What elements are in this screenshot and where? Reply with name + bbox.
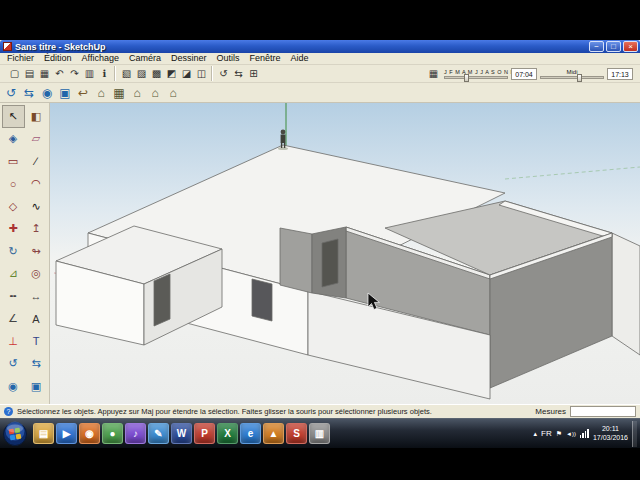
model-info-icon[interactable]: ℹ — [97, 66, 112, 81]
menu-fenetre[interactable]: Fenêtre — [244, 53, 285, 64]
style-shaded-icon[interactable]: ▩ — [149, 66, 164, 81]
zoom-icon[interactable]: ◉ — [38, 84, 56, 102]
orbit-icon[interactable]: ↺ — [2, 84, 20, 102]
open-file-icon[interactable]: ▤ — [22, 66, 37, 81]
window-titlebar[interactable]: Sans titre - SketchUp − □ × — [0, 40, 640, 53]
eraser-icon[interactable]: ▱ — [25, 128, 48, 151]
view-top-icon[interactable]: ▦ — [110, 84, 128, 102]
taskbar-firefox-icon[interactable]: ◉ — [79, 423, 100, 444]
taskbar-notepad-icon[interactable]: ▥ — [309, 423, 330, 444]
view-front-icon[interactable]: ⌂ — [128, 84, 146, 102]
start-button[interactable] — [2, 421, 28, 447]
taskbar-paint-icon[interactable]: ✎ — [148, 423, 169, 444]
taskbar-chrome-icon[interactable]: ● — [102, 423, 123, 444]
pan-small-icon[interactable]: ⇆ — [231, 66, 246, 81]
rotate-tool-icon[interactable]: ↻ — [2, 240, 25, 263]
main-area: ↖◧◈▱▭∕○◠◇∿✚↥↻↬⊿◎╍↔∠A⊥T↺⇆◉▣ — [0, 103, 640, 404]
zoom-extents-tool-icon[interactable]: ▣ — [25, 375, 48, 398]
rectangle-tool-icon[interactable]: ▭ — [2, 150, 25, 173]
redo-icon[interactable]: ↷ — [67, 66, 82, 81]
polygon-tool-icon[interactable]: ◇ — [2, 195, 25, 218]
shadow-date-slider[interactable]: J F M A M J J A S O N D — [444, 69, 508, 79]
shadow-time-to[interactable]: 17:13 — [607, 68, 633, 80]
shadow-time-from[interactable]: 07:04 — [511, 68, 537, 80]
taskbar-powerpoint-icon[interactable]: P — [194, 423, 215, 444]
maximize-button[interactable]: □ — [606, 41, 621, 52]
make-component-icon[interactable]: ◧ — [25, 105, 48, 128]
taskbar-clock[interactable]: 20:11 17/03/2016 — [593, 425, 628, 442]
clock-date: 17/03/2016 — [593, 434, 628, 442]
arc-tool-icon[interactable]: ◠ — [25, 173, 48, 196]
orbit-tool-icon[interactable]: ↺ — [2, 353, 25, 376]
shadow-time-slider[interactable]: Midi — [540, 69, 604, 79]
circle-tool-icon[interactable]: ○ — [2, 173, 25, 196]
measurements-input[interactable] — [570, 406, 636, 417]
time-slider-track[interactable] — [540, 76, 604, 79]
zoom-window-icon[interactable]: ⊞ — [246, 66, 261, 81]
volume-icon[interactable]: ◄)) — [566, 431, 576, 437]
select-tool-icon[interactable]: ↖ — [2, 105, 25, 128]
shadows-toggle-icon[interactable]: ▦ — [426, 66, 441, 81]
status-help-icon[interactable]: ? — [4, 407, 13, 416]
tray-expand-icon[interactable]: ▴ — [534, 430, 538, 438]
shadow-months-label: J F M A M J J A S O N D — [444, 69, 508, 75]
new-file-icon[interactable]: ▢ — [7, 66, 22, 81]
view-iso-icon[interactable]: ⌂ — [92, 84, 110, 102]
menu-aide[interactable]: Aide — [286, 53, 314, 64]
previous-view-icon[interactable]: ↩ — [74, 84, 92, 102]
taskbar-vlc-icon[interactable]: ▲ — [263, 423, 284, 444]
style-textured-icon[interactable]: ◩ — [164, 66, 179, 81]
date-slider-thumb[interactable] — [464, 74, 469, 82]
show-desktop-button[interactable] — [632, 421, 637, 447]
paint-bucket-icon[interactable]: ◈ — [2, 128, 25, 151]
move-tool-icon[interactable]: ✚ — [2, 218, 25, 241]
taskbar-ie-icon[interactable]: e — [240, 423, 261, 444]
orbit-small-icon[interactable]: ↺ — [216, 66, 231, 81]
minimize-button[interactable]: − — [589, 41, 604, 52]
zoom-extents-icon[interactable]: ▣ — [56, 84, 74, 102]
pan-tool-icon[interactable]: ⇆ — [25, 353, 48, 376]
style-wireframe-icon[interactable]: ▧ — [119, 66, 134, 81]
axes-tool-icon[interactable]: ⊥ — [2, 330, 25, 353]
style-monochrome-icon[interactable]: ◪ — [179, 66, 194, 81]
viewport-3d[interactable] — [50, 103, 640, 404]
taskbar-word-icon[interactable]: W — [171, 423, 192, 444]
push-pull-tool-icon[interactable]: ↥ — [25, 218, 48, 241]
menu-fichier[interactable]: Fichier — [2, 53, 39, 64]
menu-dessiner[interactable]: Dessiner — [166, 53, 212, 64]
time-slider-thumb[interactable] — [577, 74, 582, 82]
print-icon[interactable]: ▥ — [82, 66, 97, 81]
dimension-tool-icon[interactable]: ↔ — [25, 285, 48, 308]
line-tool-icon[interactable]: ∕ — [25, 150, 48, 173]
freehand-tool-icon[interactable]: ∿ — [25, 195, 48, 218]
undo-icon[interactable]: ↶ — [52, 66, 67, 81]
menu-camera[interactable]: Caméra — [124, 53, 166, 64]
menu-edition[interactable]: Édition — [39, 53, 77, 64]
style-xray-icon[interactable]: ◫ — [194, 66, 209, 81]
view-right-icon[interactable]: ⌂ — [146, 84, 164, 102]
taskbar-sketchup-icon[interactable]: S — [286, 423, 307, 444]
3d-text-tool-icon[interactable]: T — [25, 330, 48, 353]
taskbar-music-icon[interactable]: ♪ — [125, 423, 146, 444]
follow-me-tool-icon[interactable]: ↬ — [25, 240, 48, 263]
action-center-flag-icon[interactable]: ⚑ — [556, 430, 562, 438]
network-icon[interactable] — [580, 429, 589, 438]
view-back-icon[interactable]: ⌂ — [164, 84, 182, 102]
scale-tool-icon[interactable]: ⊿ — [2, 263, 25, 286]
protractor-tool-icon[interactable]: ∠ — [2, 308, 25, 331]
taskbar-media-player-icon[interactable]: ▶ — [56, 423, 77, 444]
style-hidden-line-icon[interactable]: ▨ — [134, 66, 149, 81]
taskbar-explorer-icon[interactable]: ▤ — [33, 423, 54, 444]
zoom-tool-icon[interactable]: ◉ — [2, 375, 25, 398]
tape-measure-icon[interactable]: ╍ — [2, 285, 25, 308]
offset-tool-icon[interactable]: ◎ — [25, 263, 48, 286]
taskbar-excel-icon[interactable]: X — [217, 423, 238, 444]
text-tool-icon[interactable]: A — [25, 308, 48, 331]
menu-affichage[interactable]: Affichage — [77, 53, 124, 64]
pan-icon[interactable]: ⇆ — [20, 84, 38, 102]
menu-outils[interactable]: Outils — [211, 53, 244, 64]
language-indicator[interactable]: FR — [541, 429, 552, 438]
close-button[interactable]: × — [623, 41, 638, 52]
date-slider-track[interactable] — [444, 76, 508, 79]
save-file-icon[interactable]: ▦ — [37, 66, 52, 81]
